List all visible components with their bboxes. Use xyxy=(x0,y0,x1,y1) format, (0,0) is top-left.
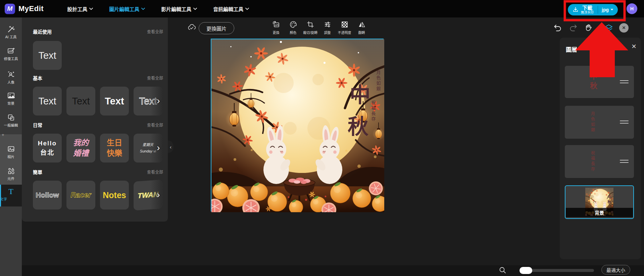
sidebar-item-elements[interactable]: 元件 xyxy=(0,167,22,181)
brand[interactable]: M MyEdit xyxy=(5,4,44,14)
undo-icon xyxy=(553,24,562,32)
view-all-link[interactable]: 查看全部 xyxy=(147,75,163,81)
zoom-search-icon[interactable] xyxy=(499,266,507,274)
text-template-tile[interactable]: Notes xyxy=(100,181,129,210)
tool-crop-rotate[interactable]: 裁切/旋轉 xyxy=(302,20,319,35)
download-icon xyxy=(573,7,579,13)
text-template-tile[interactable]: Hollow xyxy=(33,181,62,210)
palette-icon xyxy=(289,20,297,29)
tool-flip[interactable]: 翻轉 xyxy=(353,20,370,35)
artwork-title-char-2: 秋 xyxy=(348,115,368,138)
download-label: 下載 xyxy=(582,5,592,11)
menu-video-tools[interactable]: 影片編輯工具 xyxy=(161,5,197,12)
landscape-icon xyxy=(7,92,15,100)
hand-icon xyxy=(585,24,593,32)
text-template-tile[interactable]: 我的 婚禮 xyxy=(66,134,95,163)
drag-handle-icon[interactable] xyxy=(620,121,629,125)
avatar[interactable]: H xyxy=(627,3,637,14)
carousel-next-icon[interactable]: › xyxy=(154,96,163,105)
carousel-next-icon[interactable]: › xyxy=(154,143,163,152)
cloud-saved-icon xyxy=(187,24,197,32)
text-template-tile[interactable]: Text xyxy=(33,87,62,116)
artwork-verse-2: 祝福長存 xyxy=(371,100,376,122)
section-title-recent: 最近使用 xyxy=(33,28,52,35)
chevron-down-icon xyxy=(610,9,613,11)
mid-autumn-artwork: 中 月色如銀 祝福長存 秋 xyxy=(211,39,384,212)
sidebar-item-background[interactable]: 背景 xyxy=(0,92,22,106)
menu-image-tools[interactable]: 圖片編輯工具 xyxy=(109,5,145,12)
text-template-tile[interactable]: Racer xyxy=(66,181,95,210)
replace-image-button[interactable]: 更換圖片 xyxy=(199,22,234,34)
menu-design-tools[interactable]: 設計工具 xyxy=(67,5,93,12)
layer-label: 背景 xyxy=(566,208,633,217)
download-button[interactable]: 下載 無浮水印 jpg xyxy=(568,4,618,15)
text-template-tile[interactable]: Text xyxy=(33,41,62,70)
text-template-tile[interactable]: Hello 台北 xyxy=(33,134,62,163)
sidebar-item-general-edit[interactable]: 一般編輯 xyxy=(0,113,22,128)
text-template-tile[interactable]: Text xyxy=(66,87,95,116)
history-controls: × xyxy=(553,23,629,33)
format-dropdown[interactable]: jpg xyxy=(598,7,618,12)
myedit-app: M MyEdit 設計工具 圖片編輯工具 影片編輯工具 音訊編輯工具 xyxy=(0,0,644,276)
sidebar-item-text[interactable]: T 文字 xyxy=(0,185,22,206)
canvas[interactable]: 中 月色如銀 祝福長存 秋 xyxy=(211,39,384,212)
edit-tools: 更換 顏色 裁切/旋轉 調整 不透明度 翻轉 xyxy=(267,20,370,35)
view-all-link[interactable]: 查看全部 xyxy=(147,29,163,34)
sidebar-item-fix-tools[interactable]: 修復工具 xyxy=(0,47,22,61)
sidebar-item-ai-tools[interactable]: AI 工具 xyxy=(0,25,22,39)
section-title-simple: 簡單 xyxy=(33,169,42,175)
carousel-next-icon[interactable]: › xyxy=(154,190,163,199)
layers-panel: 圖層 × 中秋 月色如銀 祝福長存 背景 xyxy=(560,38,641,259)
undo-button[interactable] xyxy=(553,23,563,33)
view-all-link[interactable]: 查看全部 xyxy=(147,169,163,175)
tool-opacity[interactable]: 不透明度 xyxy=(336,20,353,35)
layers-toggle-button[interactable] xyxy=(604,23,614,33)
chevron-down-icon xyxy=(89,8,93,10)
tool-replace[interactable]: 更換 xyxy=(267,20,285,35)
chevron-down-icon xyxy=(141,8,145,10)
close-icon: × xyxy=(622,25,626,31)
panel-collapse-button[interactable]: ‹ xyxy=(168,140,174,153)
flip-icon xyxy=(358,20,366,29)
context-toolbar: 更換圖片 更換 顏色 裁切/旋轉 調整 不透明度 xyxy=(168,17,644,39)
overlap-squares-icon xyxy=(7,113,15,122)
layer-item-text-2[interactable]: 月色如銀 xyxy=(565,106,634,139)
top-navbar: M MyEdit 設計工具 圖片編輯工具 影片編輯工具 音訊編輯工具 xyxy=(0,0,644,17)
chevron-down-icon xyxy=(245,8,249,10)
add-icon[interactable]: + xyxy=(2,132,4,137)
sidebar-item-portrait[interactable]: 人像 xyxy=(0,71,22,85)
brand-name: MyEdit xyxy=(18,4,44,13)
hand-tool-button[interactable] xyxy=(584,23,594,33)
fit-to-screen-button[interactable]: 最適大小 xyxy=(601,265,630,275)
section-title-daily: 日常 xyxy=(33,122,42,128)
layer-item-text-1[interactable]: 中秋 xyxy=(565,66,634,98)
zoom-slider-thumb[interactable] xyxy=(519,267,532,274)
section-title-basic: 基本 xyxy=(33,75,42,81)
sidebar-item-photos[interactable]: 相片 xyxy=(0,145,22,159)
left-sidebar: + AI 工具 修復工具 人像 背景 一般編輯 相片 元件 xyxy=(0,17,22,276)
menu-audio-tools[interactable]: 音訊編輯工具 xyxy=(213,5,249,12)
tool-adjust[interactable]: 調整 xyxy=(319,20,336,35)
tool-color[interactable]: 顏色 xyxy=(285,20,302,35)
text-template-tile[interactable]: 生日 快樂 xyxy=(100,134,129,163)
person-icon xyxy=(7,71,15,79)
download-sublabel: 無浮水印 xyxy=(581,11,594,14)
text-template-tile[interactable]: Text xyxy=(100,87,129,116)
image-repair-icon xyxy=(7,47,15,55)
layers-icon xyxy=(604,24,613,32)
drag-handle-icon[interactable] xyxy=(620,80,629,85)
layer-item-background[interactable]: 背景 xyxy=(565,185,634,219)
redo-button[interactable] xyxy=(568,23,578,33)
shapes-icon xyxy=(7,167,15,175)
layer-item-text-3[interactable]: 祝福長存 xyxy=(565,145,634,178)
drag-handle-icon[interactable] xyxy=(620,160,629,165)
close-icon[interactable]: × xyxy=(632,42,636,50)
artwork-verse-1: 月色如銀 xyxy=(376,70,381,92)
view-all-link[interactable]: 查看全部 xyxy=(147,122,163,128)
checkerboard-icon xyxy=(341,20,349,29)
artwork-title-char-1: 中 xyxy=(350,84,370,107)
sliders-icon xyxy=(324,20,332,29)
text-templates-panel: 最近使用 查看全部 Text 基本 查看全部 Text Text Text Te… xyxy=(22,17,168,222)
text-tool-icon: T xyxy=(0,187,22,195)
close-editor-button[interactable]: × xyxy=(619,23,629,33)
